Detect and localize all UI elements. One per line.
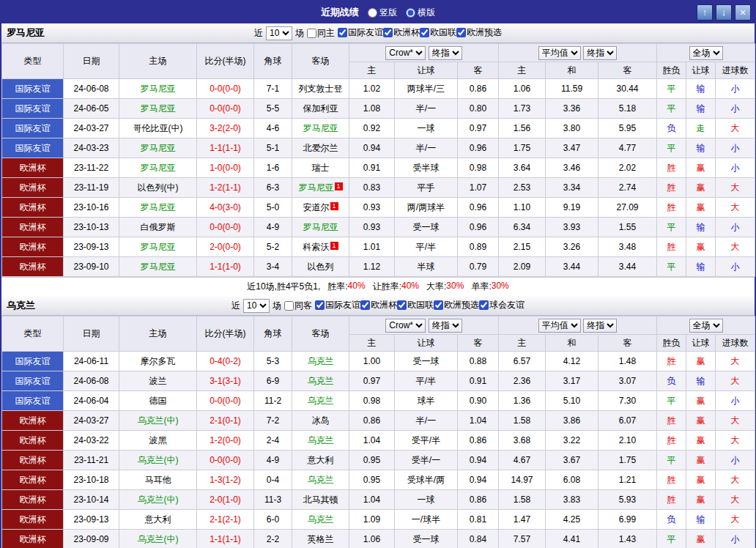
same-venue-filter[interactable]: 同主 xyxy=(307,27,335,40)
league-checkbox[interactable] xyxy=(456,28,466,37)
match-count-select[interactable]: 10 xyxy=(266,26,292,40)
goals-result-cell: 小 xyxy=(716,138,755,158)
score-cell[interactable]: 1-2(1-1) xyxy=(197,178,254,198)
bookmaker-select[interactable]: Crow* xyxy=(385,46,426,60)
layout-option-vertical[interactable]: 竖版 xyxy=(368,7,397,19)
avg-away-odds-cell: 2.74 xyxy=(598,178,657,198)
layout-option-horizontal[interactable]: 横版 xyxy=(406,7,435,19)
same-venue-label: 同主 xyxy=(317,27,335,40)
home-team-cell: 意大利 xyxy=(119,510,197,530)
league-checkbox[interactable] xyxy=(383,28,393,37)
avg-stage-select[interactable]: 终指 xyxy=(583,46,617,60)
handicap-odds-home-cell: 0.91 xyxy=(349,158,395,178)
score-cell[interactable]: 3-1(3-1) xyxy=(197,371,254,391)
score-cell[interactable]: 1-2(0-0) xyxy=(197,431,254,451)
handicap-line-cell: 半/一 xyxy=(395,138,458,158)
score-cell[interactable]: 4-0(3-0) xyxy=(197,198,254,218)
result-cell: 平 xyxy=(657,218,686,237)
match-row: 欧洲杯23-10-18马耳他1-3(1-2)0-4乌克兰0.95受球半/两0.9… xyxy=(2,470,755,490)
score-cell[interactable]: 1-1(1-1) xyxy=(197,138,254,158)
league-checkbox[interactable] xyxy=(360,300,370,310)
summary-stat-over: 大率:30% xyxy=(426,281,464,293)
score-cell[interactable]: 0-0(0-0) xyxy=(197,451,254,470)
corners-cell: 7-1 xyxy=(254,79,292,99)
score-cell[interactable]: 2-0(1-0) xyxy=(197,490,254,510)
match-type-cell: 欧洲杯 xyxy=(2,490,64,510)
avg-away-odds-cell: 1.55 xyxy=(598,218,657,237)
league-label: 欧洲预选 xyxy=(444,299,479,311)
date-cell: 23-09-13 xyxy=(64,237,119,257)
layout-radio-horizontal[interactable] xyxy=(406,8,415,18)
match-row: 国际友谊24-06-04德国0-0(0-0)11-2乌克兰0.98球半0.901… xyxy=(2,391,755,411)
home-team-cell: 马耳他 xyxy=(119,470,197,490)
league-checkbox[interactable] xyxy=(315,300,325,310)
subheader-goals: 进球数 xyxy=(716,335,755,352)
league-filter[interactable]: 欧国联 xyxy=(420,26,456,39)
league-filter[interactable]: 球会友谊 xyxy=(479,299,525,311)
handicap-result-cell: 赢 xyxy=(686,431,716,451)
score-cell[interactable]: 2-1(2-1) xyxy=(197,510,254,530)
league-filter[interactable]: 欧洲预选 xyxy=(456,26,502,39)
avg-home-odds-cell: 14.97 xyxy=(499,470,546,490)
score-cell[interactable]: 0-0(0-0) xyxy=(197,218,254,237)
subheader-avg-away: 客 xyxy=(598,335,657,352)
score-cell[interactable]: 0-4(0-2) xyxy=(197,352,254,371)
scroll-up-button[interactable]: ↑ xyxy=(697,4,713,21)
same-venue-filter[interactable]: 同客 xyxy=(284,300,312,312)
league-checkbox[interactable] xyxy=(479,300,489,310)
same-venue-checkbox[interactable] xyxy=(284,301,294,311)
avg-away-odds-cell: 5.93 xyxy=(598,490,657,510)
bookmaker-select[interactable]: Crow* xyxy=(385,319,426,333)
scroll-down-button[interactable]: ↓ xyxy=(716,4,732,21)
score-cell[interactable]: 1-3(1-2) xyxy=(197,470,254,490)
league-filter[interactable]: 国际友谊 xyxy=(338,26,383,39)
handicap-odds-away-cell: 0.96 xyxy=(458,198,499,218)
odds-stage-select[interactable]: 终指 xyxy=(429,319,462,333)
avg-stage-select[interactable]: 终指 xyxy=(583,319,617,333)
league-filter[interactable]: 国际友谊 xyxy=(315,299,360,311)
league-checkbox[interactable] xyxy=(397,300,407,310)
league-filter[interactable]: 欧洲杯 xyxy=(360,299,397,311)
league-checkbox[interactable] xyxy=(434,300,443,310)
league-checkbox[interactable] xyxy=(420,28,429,37)
home-team-cell: 波兰 xyxy=(119,371,197,391)
arrow-up-icon: ↑ xyxy=(703,7,708,18)
goals-result-cell: 大 xyxy=(716,510,755,530)
same-venue-checkbox[interactable] xyxy=(307,29,316,38)
score-cell[interactable]: 0-0(0-0) xyxy=(197,99,254,119)
fulltime-select[interactable]: 全场 xyxy=(689,319,723,333)
date-cell: 24-03-27 xyxy=(64,119,119,138)
average-select[interactable]: 平均值 xyxy=(538,319,581,333)
score-cell[interactable]: 1-1(1-1) xyxy=(197,530,254,548)
score-cell[interactable]: 2-0(0-0) xyxy=(197,237,254,257)
score-cell[interactable]: 0-0(0-0) xyxy=(197,79,254,99)
league-filter[interactable]: 欧国联 xyxy=(397,299,434,311)
fulltime-select[interactable]: 全场 xyxy=(689,46,723,60)
layout-radio-vertical[interactable] xyxy=(368,8,377,18)
subheader-handicap-result: 让球 xyxy=(686,62,716,79)
score-cell[interactable]: 0-0(0-0) xyxy=(197,391,254,411)
handicap-result-cell: 赢 xyxy=(686,490,716,510)
away-team-cell: 英格兰 xyxy=(292,530,349,548)
result-cell: 负 xyxy=(657,371,686,391)
score-cell[interactable]: 3-2(2-0) xyxy=(197,119,254,138)
close-button[interactable]: × xyxy=(735,4,751,21)
avg-home-odds-cell: 1.47 xyxy=(499,510,546,530)
score-cell[interactable]: 2-1(0-1) xyxy=(197,411,254,431)
title-bar: 近期战绩 竖版 横版 ↑ ↓ × xyxy=(1,1,755,23)
score-cell[interactable]: 1-0(0-0) xyxy=(197,158,254,178)
league-filter[interactable]: 欧洲预选 xyxy=(434,299,479,311)
corners-cell: 1-6 xyxy=(254,158,292,178)
header-type: 类型 xyxy=(2,316,64,352)
home-team-cell: 罗马尼亚 xyxy=(119,257,197,277)
handicap-line-cell: 半/一 xyxy=(395,411,458,431)
odds-stage-select[interactable]: 终指 xyxy=(429,46,462,60)
avg-draw-odds-cell: 3.83 xyxy=(546,490,598,510)
league-label: 欧洲杯 xyxy=(393,26,420,39)
score-cell[interactable]: 1-1(1-0) xyxy=(197,257,254,277)
match-count-select[interactable]: 10 xyxy=(243,299,270,313)
away-team-cell: 保加利亚 xyxy=(292,99,349,119)
league-checkbox[interactable] xyxy=(338,28,347,37)
league-filter[interactable]: 欧洲杯 xyxy=(383,26,420,39)
average-select[interactable]: 平均值 xyxy=(538,46,581,60)
